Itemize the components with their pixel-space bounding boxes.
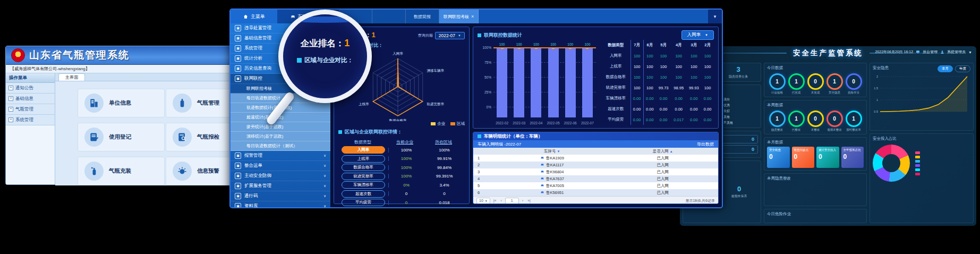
bar-value-label: 100	[567, 43, 573, 46]
sidebar-item-主动安全防御[interactable]: ▣主动安全防御∨	[231, 171, 330, 181]
sidebar-subitem-疲劳统计(基于运政)[interactable]: 疲劳统计(基于运政)	[231, 122, 330, 132]
sidebar-item-气瓶管理[interactable]: +气瓶管理	[6, 104, 55, 115]
metric-pill-上线率[interactable]: 上线率	[342, 155, 385, 163]
nav-card-使用登记[interactable]: 使用登记	[78, 123, 165, 151]
metric-select[interactable]: 入网率▼	[681, 30, 714, 40]
metric-pill-超速次数[interactable]: 超速次数	[342, 190, 385, 198]
month-cell: 0.017	[671, 114, 686, 125]
tab-数据简报[interactable]: 数据简报	[406, 10, 439, 23]
vehicle-plate: 鲁KA7005	[497, 183, 608, 189]
main-menu-button[interactable]: 主菜单	[231, 10, 277, 23]
bar-group: 100	[562, 47, 579, 117]
doc-search-icon	[173, 128, 192, 147]
sort-asc-icon[interactable]: ▲	[670, 150, 673, 153]
week-fix-section: 本周隐患整改	[764, 173, 867, 206]
compare-row-超速次数: 超速次数00	[338, 190, 465, 199]
sort-desc-icon[interactable]: ▼	[557, 150, 560, 153]
role-dropdown[interactable]: 系统管理员	[947, 49, 966, 55]
metric-pill-平均疲劳[interactable]: 平均疲劳	[342, 199, 385, 206]
hazard-month-button[interactable]: 本月	[938, 65, 953, 72]
bar-group: 100	[510, 47, 527, 117]
sidebar-item-资料库[interactable]: ▣资料库∨	[231, 201, 330, 207]
sidebar-item-扩展服务管理[interactable]: ▣扩展服务管理∨	[231, 181, 330, 191]
legend-item	[915, 164, 922, 167]
month-cell: 99.73	[656, 82, 671, 93]
bar-value-label: 100	[533, 43, 539, 46]
tab-hidden[interactable]	[372, 10, 406, 23]
month-cell: 0.00	[656, 104, 671, 114]
sidebar-item-label: 气瓶管理	[15, 106, 33, 113]
stat-card-value: 0	[769, 153, 788, 160]
svg-text:1: 1	[876, 98, 878, 101]
tab-main-screen[interactable]: 主界面	[58, 73, 85, 81]
car-icon	[290, 14, 296, 20]
nav-card-label: 信息预警	[197, 167, 219, 175]
metric-pill-轨迹完整率[interactable]: 轨迹完整率	[342, 173, 385, 180]
x-axis-tick: 2022-04	[527, 121, 544, 125]
metric-pill-车辆漂移率[interactable]: 车辆漂移率	[342, 181, 385, 189]
monitor-icon	[916, 50, 920, 54]
alert-icon	[173, 162, 192, 181]
nav-card-label: 气瓶充装	[109, 167, 131, 175]
sidebar-item-系统管理[interactable]: +系统管理	[6, 115, 55, 125]
stat-box-value: 0	[752, 147, 754, 152]
last-page-button[interactable]: »|	[526, 199, 532, 202]
month-row-label: 车辆漂移率	[601, 93, 630, 104]
nav-card-单位信息[interactable]: 单位信息	[78, 89, 165, 117]
ring-circle: 0	[807, 111, 824, 127]
chevron-down-icon[interactable]: ▼	[968, 50, 972, 54]
query-date-select[interactable]: 2022-07▼	[435, 32, 465, 39]
metric-pill-入网率[interactable]: 入网率	[342, 146, 385, 154]
doc-icon: ▣	[235, 163, 241, 169]
table-row-vehicle[interactable]: 2鲁KA1117已入网	[473, 162, 718, 168]
ring-label: 危险作业	[845, 91, 863, 95]
vehicle-icon	[540, 163, 544, 168]
vehicle-plate: 鲁KA1117	[497, 163, 608, 168]
sidebar-item-通知公告[interactable]: +通知公告	[6, 83, 55, 94]
compare-col-header: 当前企业	[387, 139, 422, 145]
table-row-vehicle[interactable]: 6鲁K56951已入网	[473, 189, 718, 196]
table-row-vehicle[interactable]: 5鲁KA7005已入网	[473, 182, 718, 189]
admin-link[interactable]: 后台管理	[923, 49, 938, 55]
month-cell: 0.00	[671, 104, 686, 114]
metric-pill-数据合格率[interactable]: 数据合格率	[342, 164, 385, 171]
nav-card-气瓶充装[interactable]: 气瓶充装	[78, 157, 165, 185]
sidebar-subitem-每日轨迹数据统计（测试）[interactable]: 每日轨迹数据统计（测试）	[231, 141, 330, 151]
next-page-button[interactable]: ›	[521, 199, 524, 202]
sidebar-item-label: 基础信息	[15, 96, 33, 102]
legend-swatch	[431, 122, 436, 125]
prev-page-button[interactable]: ‹	[499, 199, 502, 202]
page-size-select[interactable]: 10▼	[476, 198, 490, 204]
chevron-down-icon[interactable]: ▼	[708, 10, 722, 23]
stat-card-label: 全年预算占比	[843, 148, 862, 152]
chevron-down-icon: ▼	[705, 33, 708, 37]
building-icon	[84, 94, 104, 113]
stat-card-安全检查: 安全检查0	[767, 147, 790, 168]
close-icon[interactable]: ×	[471, 14, 474, 19]
export-data-button[interactable]: 导出数据	[697, 141, 714, 147]
sidebar-subitem-漂移统计(基于运政)[interactable]: 漂移统计(基于运政)	[231, 132, 330, 141]
radar-axis-label: 上线率	[359, 102, 369, 106]
sidebar-item-通行码[interactable]: ▣通行码∨	[231, 191, 330, 201]
compare-row-轨迹完整率: 轨迹完整率100%99.391%	[338, 172, 465, 181]
ring-stat-计划巡检: 1计划巡检	[768, 73, 786, 95]
table-row-vehicle[interactable]: 1鲁KA1909已入网	[473, 155, 718, 162]
legend-swatch	[450, 122, 455, 125]
table-row-vehicle[interactable]: 3鲁K96804已入网	[473, 168, 718, 175]
network-status: 已入网	[608, 183, 719, 189]
tab-联网联控考核[interactable]: 联网联控考核×	[439, 10, 479, 23]
hazard-year-button[interactable]: 年度	[955, 65, 970, 72]
sidebar-item-基础信息[interactable]: +基础信息	[6, 94, 55, 104]
month-cell: 100	[643, 82, 656, 93]
nav-card-label: 使用登记	[109, 133, 131, 141]
first-page-button[interactable]: |«	[492, 199, 498, 202]
bar	[582, 47, 593, 117]
stat-card-label: 累计安全投入	[819, 148, 837, 152]
sidebar-item-报警管理[interactable]: ▣报警管理∨	[231, 151, 330, 161]
legend-item-企业: 企业	[431, 121, 445, 126]
month-cell: 100	[656, 50, 671, 61]
month-cell: 100	[702, 72, 714, 82]
page-number-input[interactable]: 1	[505, 198, 519, 204]
table-row-vehicle[interactable]: 4鲁KA7637已入网	[473, 175, 718, 182]
sidebar-item-整合运单[interactable]: ▣整合运单∨	[231, 161, 330, 171]
